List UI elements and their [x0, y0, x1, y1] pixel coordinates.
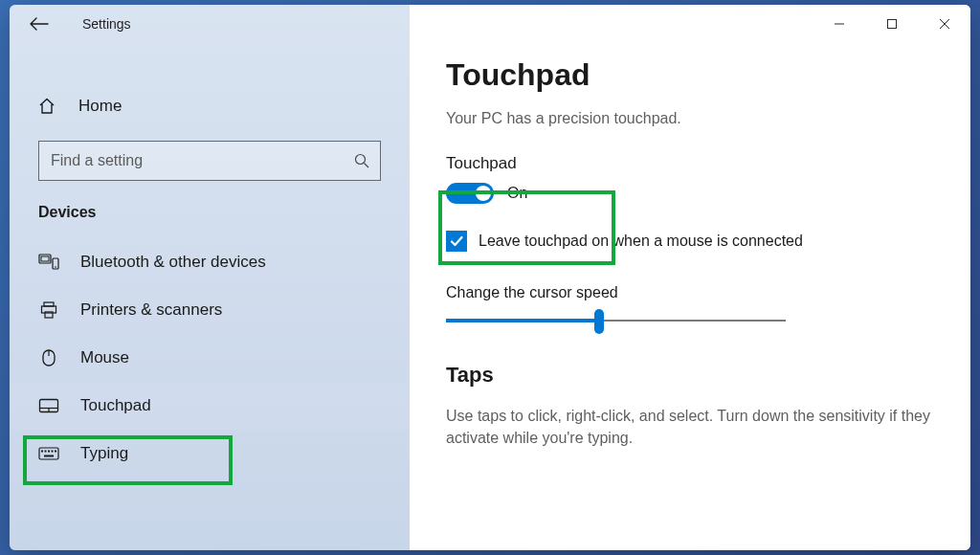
sidebar-item-bluetooth[interactable]: Bluetooth & other devices [10, 238, 410, 286]
sidebar-item-label: Home [78, 97, 122, 116]
svg-rect-6 [44, 302, 54, 306]
svg-point-0 [356, 155, 366, 165]
page-subtitle: Your PC has a precision touchpad. [446, 110, 951, 127]
printer-icon [38, 300, 59, 321]
maximize-button[interactable] [865, 5, 918, 43]
search-input[interactable] [51, 152, 353, 169]
taps-description: Use taps to click, right-click, and sele… [446, 405, 951, 449]
sidebar-category-label: Devices [38, 204, 410, 221]
svg-line-1 [365, 164, 369, 168]
sidebar-item-label: Touchpad [80, 396, 151, 415]
cursor-speed-label: Change the cursor speed [446, 284, 951, 301]
svg-rect-15 [41, 451, 43, 453]
touchpad-toggle-section: Touchpad On [446, 154, 951, 204]
slider-track-filled [446, 319, 599, 322]
svg-rect-3 [41, 256, 49, 261]
slider-track-empty [599, 320, 786, 322]
checkbox-label: Leave touchpad on when a mouse is connec… [479, 233, 803, 250]
svg-rect-20 [44, 455, 54, 457]
window-title: Settings [82, 16, 131, 32]
sidebar-item-home[interactable]: Home [10, 85, 410, 127]
svg-rect-19 [55, 451, 56, 453]
slider-thumb[interactable] [594, 309, 604, 334]
window-controls [813, 5, 970, 43]
sidebar-item-typing[interactable]: Typing [10, 430, 410, 477]
sidebar-item-touchpad[interactable]: Touchpad [10, 382, 410, 430]
svg-rect-16 [45, 451, 47, 453]
back-button[interactable] [27, 11, 52, 36]
home-icon [36, 96, 57, 117]
close-button[interactable] [918, 5, 970, 43]
touchpad-toggle[interactable] [446, 183, 494, 204]
page-title: Touchpad [446, 57, 951, 93]
search-box[interactable] [38, 141, 381, 181]
cursor-speed-slider[interactable] [446, 319, 786, 322]
sidebar-item-label: Typing [80, 444, 128, 463]
settings-window: Settings Home Devices Bluetooth & other … [10, 5, 970, 550]
search-icon [353, 152, 370, 169]
sidebar-item-mouse[interactable]: Mouse [10, 334, 410, 382]
sidebar-nav-list: Bluetooth & other devices Printers & sca… [10, 238, 410, 477]
toggle-label: Touchpad [446, 154, 951, 173]
leave-touchpad-checkbox-row: Leave touchpad on when a mouse is connec… [446, 231, 951, 252]
touchpad-icon [38, 395, 59, 416]
leave-touchpad-checkbox[interactable] [446, 231, 467, 252]
bluetooth-devices-icon [38, 252, 59, 273]
svg-rect-22 [887, 20, 896, 29]
sidebar-item-label: Bluetooth & other devices [80, 253, 266, 272]
content-pane: Touchpad Your PC has a precision touchpa… [410, 5, 970, 550]
sidebar: Settings Home Devices Bluetooth & other … [10, 5, 410, 550]
toggle-state-label: On [507, 185, 527, 202]
svg-rect-18 [52, 451, 54, 453]
svg-rect-17 [48, 451, 50, 453]
titlebar: Settings [10, 5, 410, 43]
sidebar-item-printers[interactable]: Printers & scanners [10, 286, 410, 334]
taps-heading: Taps [446, 363, 951, 388]
sidebar-item-label: Mouse [80, 348, 129, 367]
mouse-icon [38, 347, 59, 368]
sidebar-item-label: Printers & scanners [80, 300, 222, 320]
toggle-knob [476, 186, 491, 201]
svg-rect-14 [39, 448, 58, 459]
svg-point-5 [55, 266, 56, 268]
keyboard-icon [38, 443, 59, 464]
minimize-button[interactable] [813, 5, 865, 43]
